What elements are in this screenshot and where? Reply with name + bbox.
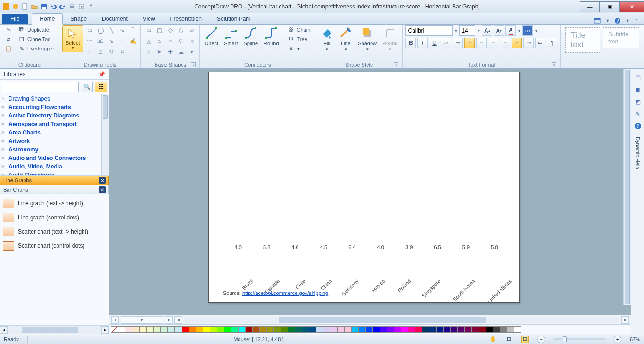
shapes-more[interactable]: ▾ — [187, 47, 197, 57]
size-dropdown[interactable]: ▼ — [477, 29, 480, 33]
color-swatch[interactable] — [210, 326, 217, 333]
window-list-dropdown[interactable]: ▼ — [605, 18, 610, 23]
select-tool[interactable]: Select ▼ — [62, 25, 83, 52]
shape-line-graph-dots[interactable]: Line graph (control dots) — [2, 210, 107, 225]
lib-audio-video-connectors[interactable]: Audio and Video Connectors — [0, 154, 109, 162]
color-swatch[interactable] — [245, 326, 253, 333]
help-panel-icon[interactable]: ? — [634, 122, 642, 130]
title-placeholder[interactable]: Title text — [565, 27, 600, 53]
color-swatch[interactable] — [139, 326, 147, 333]
drawing-canvas[interactable]: 4.05.84.64.56.44.03.96.55.95.8 BrazilCan… — [109, 69, 631, 315]
shape-circle[interactable]: ○ — [165, 36, 175, 46]
dynamic-help-tab[interactable]: Dynamic Help — [635, 137, 641, 169]
color-swatch[interactable] — [174, 326, 182, 333]
color-swatch[interactable] — [344, 326, 352, 333]
source-link[interactable]: http://acetool.commerce.gov/shipping — [242, 290, 328, 296]
print-icon[interactable] — [69, 3, 75, 10]
color-swatch[interactable] — [500, 326, 507, 333]
clone-tool-button[interactable]: ❐Clone Tool — [16, 35, 56, 43]
font-name-input[interactable] — [405, 25, 453, 36]
lib-astronomy[interactable]: Astronomy — [0, 145, 109, 154]
crop-tool[interactable]: ⌗ — [117, 47, 127, 57]
shape-scatter-text[interactable]: Scatter chart (text -> height) — [2, 225, 107, 239]
pan-mode-icon[interactable]: ✋ — [489, 336, 497, 343]
canvas-vscroll[interactable] — [623, 69, 631, 305]
connector-round[interactable]: Round — [262, 25, 281, 47]
shape-rect[interactable]: ▭ — [144, 25, 153, 35]
font-size-input[interactable] — [459, 25, 475, 36]
measure-tool[interactable]: ⟊ — [128, 47, 138, 57]
preview-icon[interactable] — [78, 3, 85, 10]
color-swatch[interactable] — [436, 326, 444, 333]
color-swatch[interactable] — [323, 326, 330, 333]
color-swatch[interactable] — [401, 326, 408, 333]
shape-line-graph-text[interactable]: Line graph (text -> height) — [2, 196, 107, 210]
color-swatch[interactable] — [203, 326, 210, 333]
scroll-left-icon[interactable]: ◂ — [0, 326, 8, 334]
bezier-tool[interactable]: ⟋ — [117, 36, 127, 46]
line-spacing-button[interactable]: ¶ — [547, 38, 557, 48]
tab-solution-park[interactable]: Solution Park — [209, 14, 258, 24]
color-swatch[interactable] — [493, 326, 500, 333]
page-menu-button[interactable]: ▼ — [121, 316, 163, 324]
bold-button[interactable]: B — [405, 38, 416, 48]
round-corners-button[interactable]: Round▼ — [380, 25, 399, 52]
valign-top-button[interactable]: ⌐ — [512, 38, 522, 48]
color-swatch[interactable] — [231, 326, 239, 333]
color-swatch[interactable] — [118, 326, 125, 333]
color-swatch[interactable] — [351, 326, 359, 333]
undo-icon[interactable] — [50, 3, 57, 10]
arc-tool[interactable]: ⌒ — [128, 25, 138, 35]
color-swatch[interactable] — [167, 326, 175, 333]
color-swatch[interactable] — [372, 326, 380, 333]
open-icon[interactable] — [31, 3, 38, 10]
highlight-button[interactable]: ab — [522, 25, 533, 36]
fill-button[interactable]: Fill▼ — [318, 25, 335, 52]
maximize-button[interactable]: ▣ — [600, 1, 619, 12]
shape-parallelogram[interactable]: ▱ — [187, 25, 197, 35]
color-swatch[interactable] — [358, 326, 366, 333]
eyedropper-button[interactable]: ✎Eyedropper — [16, 44, 56, 53]
shape-roundrect[interactable]: ▢ — [155, 25, 164, 35]
color-swatch[interactable] — [429, 326, 437, 333]
shield-icon[interactable] — [12, 3, 19, 10]
layers-panel-icon[interactable]: ≣ — [634, 85, 642, 93]
redo-icon[interactable] — [59, 3, 66, 10]
rect-tool[interactable]: ▭ — [85, 25, 94, 35]
lib-audit-flowcharts[interactable]: Audit Flowcharts — [0, 171, 109, 176]
color-swatch[interactable] — [514, 326, 521, 333]
color-swatch[interactable] — [288, 326, 295, 333]
connector-options[interactable]: ↯▼ — [286, 44, 313, 53]
shape-trapezoid[interactable]: ⏢ — [155, 36, 164, 46]
line-tool[interactable]: ╲ — [107, 25, 116, 35]
superscript-button[interactable]: A² — [441, 38, 451, 48]
hscroll-right[interactable]: ▸ — [621, 316, 629, 324]
hypernote-panel-icon[interactable]: ✎ — [634, 109, 642, 118]
lib-artwork[interactable]: Artwork — [0, 137, 109, 145]
connector-smart[interactable]: Smart — [222, 25, 239, 47]
underline-button[interactable]: U — [429, 38, 439, 48]
color-swatch[interactable] — [125, 326, 132, 333]
color-swatch[interactable] — [217, 326, 224, 333]
color-swatch[interactable] — [486, 326, 493, 333]
bar-chart[interactable]: 4.05.84.64.56.44.03.96.55.95.8 BrazilCan… — [223, 86, 510, 274]
paste-button[interactable]: 📋 — [3, 44, 14, 53]
color-swatch[interactable] — [450, 326, 458, 333]
save-icon[interactable] — [41, 3, 47, 10]
italic-button[interactable]: I — [417, 38, 428, 48]
shape-hexagon[interactable]: ⬡ — [176, 36, 186, 46]
library-tree-scrollbar[interactable] — [101, 94, 109, 175]
valign-middle-button[interactable]: ▭ — [523, 38, 534, 48]
connector-tool[interactable]: ↘ — [107, 36, 116, 46]
new-icon[interactable] — [22, 3, 28, 10]
section-bar-charts[interactable]: Bar Charts✕ — [0, 185, 109, 194]
sidebar-hscroll[interactable]: ◂ ▸ — [0, 325, 109, 334]
close-button[interactable]: ✕ — [619, 1, 644, 12]
qat-dropdown-icon[interactable]: ▼ — [88, 3, 94, 10]
scroll-right-icon[interactable]: ▸ — [101, 326, 109, 334]
hscroll-left[interactable]: ◂ — [174, 316, 182, 324]
file-tab[interactable]: File — [2, 14, 28, 24]
canvas-hscroll[interactable] — [184, 317, 619, 323]
connector-direct[interactable]: Direct — [203, 25, 220, 47]
duplicate-button[interactable]: ⿻Duplicate — [16, 25, 56, 34]
